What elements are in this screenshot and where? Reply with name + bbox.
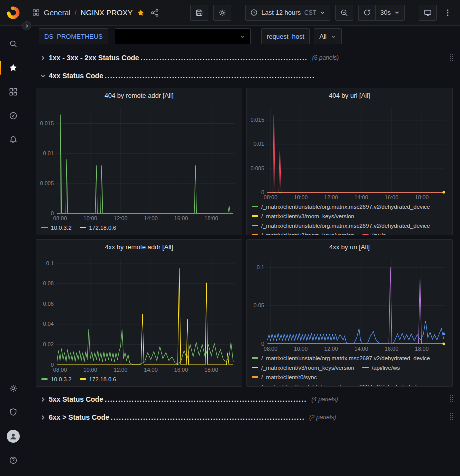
chart-svg: 00.050.108:0010:0012:0014:0016:0018:00 <box>249 254 450 352</box>
legend-label: 172.18.0.6 <box>89 376 116 382</box>
legend-item[interactable]: 10.0.3.2 <box>41 223 72 232</box>
gear-icon <box>9 384 18 393</box>
legend-marker <box>252 225 258 226</box>
legend: 10.0.3.2172.18.0.6 <box>36 373 242 386</box>
time-series-chart[interactable]: 00.0050.010.01508:0010:0012:0014:0016:00… <box>38 102 240 222</box>
zoom-out-button[interactable] <box>335 5 353 21</box>
legend-item[interactable]: /_matrix/client/v3/room_keys/version <box>252 211 354 221</box>
svg-text:0.02: 0.02 <box>43 341 54 347</box>
var-request-host-label[interactable]: request_host <box>261 28 310 44</box>
refresh-button-group: 30s <box>358 5 405 21</box>
legend-item[interactable]: 10.0.3.2 <box>41 374 72 384</box>
legend-marker <box>252 206 258 207</box>
chart-svg: 00.0050.010.01508:0010:0012:0014:0016:00… <box>249 102 450 201</box>
kebab-menu-button[interactable] <box>442 5 454 21</box>
row-4xx[interactable]: 4xx Status Code ........................… <box>40 69 454 83</box>
svg-text:12:00: 12:00 <box>324 346 338 352</box>
grafana-logo[interactable] <box>5 5 21 21</box>
legend-label: /_matrix/client/r0/sync <box>261 374 317 380</box>
row-panel-count: (2 panels) <box>309 414 336 421</box>
bell-icon <box>9 135 18 144</box>
svg-text:08:00: 08:00 <box>53 215 67 221</box>
row-1xx-3xx-2xx[interactable]: 1xx - 3xx - 2xx Status Code ............… <box>40 51 454 65</box>
sidebar-item-alerting[interactable] <box>0 131 26 148</box>
svg-text:14:00: 14:00 <box>144 215 158 221</box>
legend-marker <box>80 378 86 380</box>
sidebar-item-profile[interactable] <box>0 428 26 445</box>
row-drag-handle[interactable] <box>450 413 454 421</box>
legend-item[interactable]: /_matrix/client/v3/room_keys/version <box>252 230 354 235</box>
panel-title[interactable]: 404 by remote addr [All] <box>36 88 242 102</box>
svg-text:18:00: 18:00 <box>204 367 218 373</box>
sidebar-item-starred[interactable] <box>0 59 26 76</box>
gear-icon <box>218 9 226 17</box>
legend-item[interactable]: /_matrix/client/unstable/org.matrix.msc2… <box>252 382 430 386</box>
row-6xx[interactable]: 6xx > Status Code ......................… <box>40 410 454 424</box>
sidebar-expand-button[interactable] <box>22 21 31 30</box>
chevron-down-icon <box>240 34 245 39</box>
svg-text:18:00: 18:00 <box>415 194 429 200</box>
svg-text:18:00: 18:00 <box>415 346 429 352</box>
svg-text:16:00: 16:00 <box>174 215 188 221</box>
legend-item[interactable]: /_matrix/client/v3/room_keys/version <box>252 363 354 372</box>
legend-item[interactable]: /api/live/ws <box>362 363 400 372</box>
dashboard-settings-button[interactable] <box>213 5 231 21</box>
time-range-picker[interactable]: Last 12 hours CST <box>245 5 330 21</box>
svg-text:14:00: 14:00 <box>144 367 158 373</box>
sidebar-item-help[interactable] <box>0 452 26 469</box>
legend-item[interactable]: 172.18.0.6 <box>80 223 116 232</box>
svg-text:10:00: 10:00 <box>294 346 308 352</box>
refresh-interval-picker[interactable]: 30s <box>375 5 405 21</box>
legend-item[interactable]: /_matrix/client/r0/sync <box>252 372 317 382</box>
legend-label: 172.18.0.6 <box>89 225 116 231</box>
panel-title[interactable]: 4xx by uri [All] <box>247 240 452 254</box>
row-5xx[interactable]: 5xx Status Code ........................… <box>40 392 454 406</box>
sidebar-item-dashboards[interactable] <box>0 83 26 100</box>
sidebar-item-settings[interactable] <box>0 380 26 397</box>
legend-item[interactable]: /_matrix/client/unstable/org.matrix.msc2… <box>252 202 430 211</box>
time-series-chart[interactable]: 00.020.040.060.080.108:0010:0012:0014:00… <box>38 254 240 373</box>
chevron-down-icon <box>394 10 400 15</box>
chart-svg: 00.020.040.060.080.108:0010:0012:0014:00… <box>38 254 240 373</box>
panel-title[interactable]: 404 by uri [All] <box>247 88 452 102</box>
legend-item[interactable]: /_matrix/client/unstable/org.matrix.msc2… <box>252 353 430 363</box>
refresh-icon <box>363 9 371 16</box>
legend-label: /_matrix/client/unstable/org.matrix.msc2… <box>261 223 430 229</box>
legend-marker <box>41 227 48 228</box>
share-dashboard-button[interactable] <box>151 9 159 17</box>
time-series-chart[interactable]: 00.050.108:0010:0012:0014:0016:0018:00 <box>249 254 450 352</box>
sidebar-item-explore[interactable] <box>0 107 26 124</box>
datasource-value-select[interactable] <box>115 28 251 44</box>
sidebar-item-admin[interactable] <box>0 404 26 421</box>
legend-label: 10.0.3.2 <box>51 376 72 382</box>
star-icon <box>9 63 18 72</box>
sidebar-item-search[interactable] <box>0 35 26 52</box>
time-series-chart[interactable]: 00.0050.010.01508:0010:0012:0014:0016:00… <box>249 102 450 201</box>
shield-icon <box>9 408 18 417</box>
legend-marker <box>252 367 258 368</box>
star-filled-icon <box>137 9 145 17</box>
svg-text:10:00: 10:00 <box>83 367 97 373</box>
legend-item[interactable]: /sw.js <box>362 230 386 235</box>
row-title-leader: ........................................… <box>105 72 315 80</box>
save-dashboard-button[interactable] <box>190 5 208 21</box>
favorite-star-button[interactable] <box>137 9 145 17</box>
breadcrumb-general-link[interactable]: General <box>44 8 70 17</box>
row-drag-handle[interactable] <box>450 54 454 62</box>
var-ds-prometheus[interactable]: DS_PROMETHEUS <box>39 28 108 44</box>
panel-title[interactable]: 4xx by remote addr [All] <box>36 240 242 254</box>
svg-text:0.015: 0.015 <box>250 117 264 123</box>
legend-item[interactable]: 172.18.0.6 <box>80 374 116 384</box>
legend-item[interactable]: /_matrix/client/unstable/org.matrix.msc2… <box>252 221 430 230</box>
tv-mode-button[interactable] <box>419 5 437 21</box>
sidebar <box>0 26 26 476</box>
row-title: 1xx - 3xx - 2xx Status Code <box>49 54 139 62</box>
svg-text:16:00: 16:00 <box>174 367 188 373</box>
zoom-out-icon <box>340 9 348 17</box>
row-drag-handle[interactable] <box>450 395 454 403</box>
request-host-value: All <box>319 33 326 40</box>
row-title-leader: ........................................… <box>111 413 305 421</box>
panel-4xx-by-uri: 4xx by uri [All] 00.050.108:0010:0012:00… <box>246 239 453 387</box>
refresh-button[interactable] <box>358 5 375 21</box>
request-host-select[interactable]: All <box>314 28 341 44</box>
